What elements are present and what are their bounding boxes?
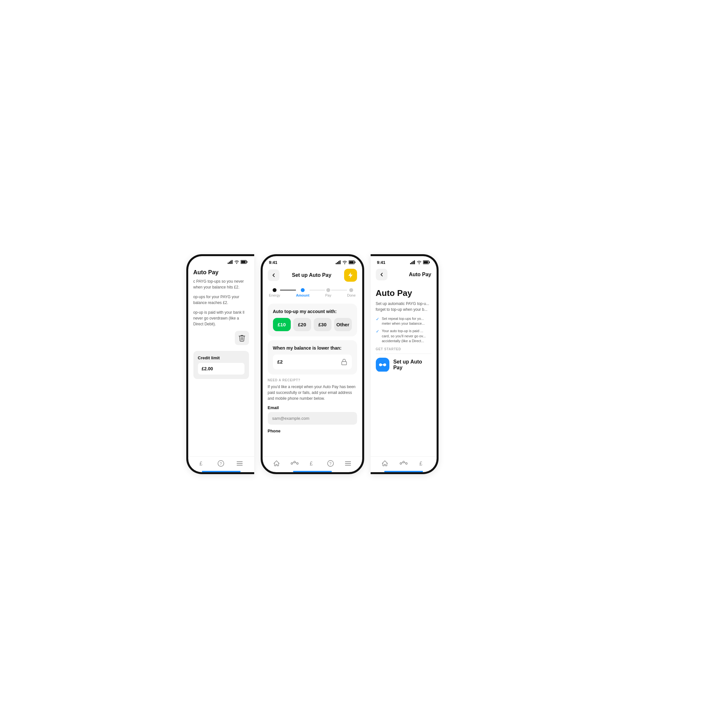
amount-btn-20[interactable]: £20: [293, 318, 311, 331]
left-page-title: Auto Pay: [193, 269, 249, 276]
credit-label: Credit limit: [198, 355, 245, 360]
left-body-text2: op-ups for your PAYG your balance reache…: [193, 294, 249, 306]
svg-point-33: [400, 462, 401, 464]
email-input[interactable]: [268, 412, 357, 425]
nav-help-icon-center[interactable]: ?: [327, 460, 334, 467]
nav-help-icon[interactable]: ?: [217, 460, 225, 467]
right-content: Auto Pay Set up automatic PAYG top-u... …: [371, 283, 437, 372]
nav-connections-icon-right[interactable]: [399, 460, 408, 466]
phone-right: 9:41: [371, 254, 439, 474]
amount-btn-10[interactable]: £10: [273, 318, 291, 331]
phone-center: 9:41: [261, 254, 364, 474]
svg-text:£: £: [310, 460, 313, 466]
svg-point-35: [405, 462, 407, 464]
step-label-done: Done: [347, 293, 355, 297]
svg-point-19: [294, 461, 295, 463]
setup-autopay-button[interactable]: Set up Auto Pay: [376, 356, 431, 371]
step-dot-amount: [301, 288, 305, 292]
nav-connections-icon-center[interactable]: [291, 460, 299, 466]
svg-text:£: £: [200, 460, 202, 466]
svg-rect-5: [246, 261, 248, 263]
svg-point-34: [403, 461, 404, 463]
step-label-pay: Pay: [325, 293, 331, 297]
infinity-icon-container: [376, 358, 389, 371]
svg-rect-26: [410, 263, 411, 264]
delete-button[interactable]: [235, 331, 249, 345]
back-button-right[interactable]: [376, 269, 387, 280]
nav-account-icon-right[interactable]: £: [419, 460, 426, 467]
check-text-2: Your auto top-up is paid ... card, so yo…: [382, 329, 431, 343]
phone-label: Phone: [268, 428, 357, 433]
left-body-text1: c PAYG top-ups so you never when your ba…: [193, 278, 249, 290]
nav-indicator-right: [384, 471, 423, 472]
battery-icon-center: [349, 260, 356, 264]
left-content: Auto Pay c PAYG top-ups so you never whe…: [188, 265, 254, 383]
status-time-center: 9:41: [269, 260, 277, 265]
signal-icon-right: [410, 260, 415, 264]
step-dot-pay: [326, 288, 330, 292]
amount-buttons: £10 £20 £30 Other: [273, 318, 352, 331]
step-amount: Amount: [296, 288, 309, 297]
signal-icon: [228, 260, 233, 264]
lightning-button[interactable]: [344, 269, 357, 282]
balance-card-title: When my balance is lower than:: [273, 346, 352, 350]
center-status-icons: [336, 260, 356, 264]
back-arrow-icon: [271, 272, 277, 278]
svg-rect-1: [229, 262, 230, 264]
svg-text:£: £: [419, 460, 422, 466]
amount-btn-other[interactable]: Other: [334, 318, 352, 331]
svg-rect-13: [340, 260, 341, 264]
battery-icon: [241, 260, 248, 264]
balance-row: £2: [273, 355, 352, 369]
status-bar-left: [188, 256, 254, 265]
center-content: Auto top-up my account with: £10 £20 £30…: [263, 301, 362, 456]
nav-menu-icon-center[interactable]: [344, 460, 352, 467]
step-label-energy: Energy: [269, 293, 280, 297]
svg-rect-32: [423, 261, 428, 264]
amount-btn-30[interactable]: £30: [314, 318, 332, 331]
check-list: ✓ Set repeat top-ups for yo... meter whe…: [376, 316, 431, 344]
svg-rect-17: [341, 362, 346, 365]
bottom-nav-left: £ ?: [188, 456, 254, 472]
svg-rect-16: [349, 261, 353, 264]
nav-title-right: Auto Pay: [409, 272, 431, 277]
bottom-nav-center: £ ?: [263, 456, 362, 472]
svg-point-20: [297, 462, 298, 464]
left-body-text3: op-up is paid with your bank ll never go…: [193, 309, 249, 327]
svg-text:?: ?: [220, 461, 222, 466]
svg-text:?: ?: [329, 461, 332, 466]
svg-rect-31: [429, 262, 430, 263]
svg-point-18: [291, 462, 293, 464]
infinity-icon: [379, 362, 386, 367]
credit-limit-card: Credit limit £2.00: [193, 351, 249, 379]
nav-title-center: Set up Auto Pay: [292, 272, 331, 278]
back-button-center[interactable]: [268, 269, 280, 281]
check-item-2: ✓ Your auto top-up is paid ... card, so …: [376, 329, 431, 343]
check-text-1: Set repeat top-ups for yo... meter when …: [382, 316, 431, 326]
step-line-1: [280, 290, 296, 291]
svg-rect-2: [230, 261, 231, 264]
receipt-section-label: NEED A RECEIPT?: [268, 378, 357, 382]
nav-account-icon-center[interactable]: £: [309, 460, 316, 467]
nav-menu-icon[interactable]: [236, 460, 243, 467]
lightning-icon: [347, 272, 354, 278]
step-label-amount: Amount: [296, 293, 309, 297]
svg-rect-3: [232, 260, 232, 264]
status-bar-right: 9:41: [371, 256, 437, 266]
phone-left: Auto Pay c PAYG top-ups so you never whe…: [186, 254, 254, 474]
trash-icon: [239, 334, 245, 341]
step-dot-energy: [273, 288, 277, 292]
credit-value: £2.00: [198, 363, 245, 375]
nav-home-icon-center[interactable]: [273, 460, 280, 467]
svg-rect-27: [411, 262, 412, 264]
svg-line-22: [295, 462, 297, 463]
svg-line-36: [401, 462, 402, 463]
nav-home-icon-right[interactable]: [381, 460, 388, 467]
wifi-icon: [234, 260, 239, 264]
status-icons-left: [228, 260, 248, 264]
svg-rect-28: [413, 261, 414, 264]
svg-line-37: [404, 462, 405, 463]
lock-icon: [341, 358, 347, 366]
nav-account-icon[interactable]: £: [199, 460, 206, 467]
status-bar-center: 9:41: [263, 256, 362, 266]
